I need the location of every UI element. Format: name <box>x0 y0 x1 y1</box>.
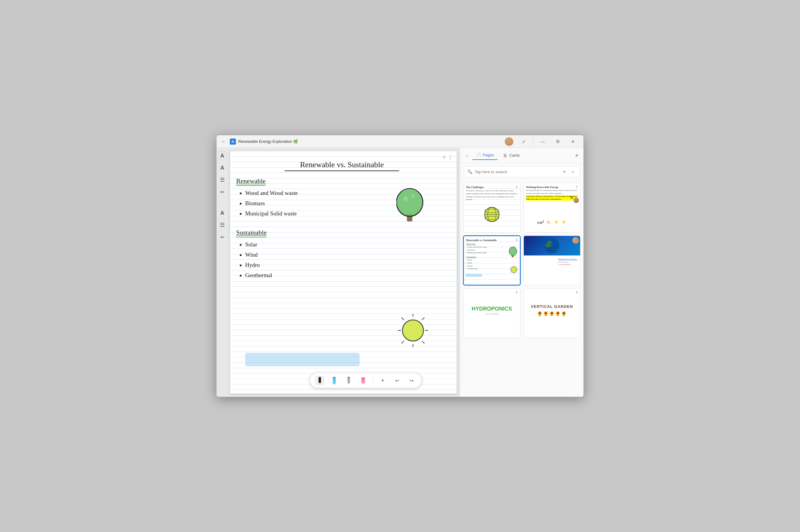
content-area: A A ☰ ✏ A ☰ ✏ 3 ⋮ Renewable vs. <box>216 148 584 397</box>
thumb-6-flowers: 🌻🌻🌻🌻🌻 <box>537 311 567 317</box>
title-bar-left: ← N Renewable Energy Exploration 🌿 <box>220 138 505 145</box>
highlighter-blue-tool[interactable] <box>329 376 339 385</box>
svg-rect-19 <box>319 377 321 378</box>
list-tool-button-2[interactable]: ☰ <box>218 221 227 229</box>
title-bar-controls: ⤢ — ⧉ ✕ <box>505 137 580 147</box>
svg-line-43 <box>516 272 517 273</box>
thumb-4-image <box>524 236 580 255</box>
sustainable-list: Solar Wind Hydro Geothermal <box>236 240 447 281</box>
svg-marker-24 <box>348 383 350 385</box>
svg-marker-22 <box>333 383 336 385</box>
text-tool-button-2[interactable]: A <box>218 164 227 172</box>
svg-rect-21 <box>333 377 336 378</box>
svg-line-12 <box>401 341 404 343</box>
thumb-5-number: 5 <box>516 290 517 294</box>
thumb-2-icons: CO2 ⛅ ⚡ ⚡ <box>524 220 580 224</box>
page-thumbnail-4[interactable]: 4 📄 Powered by the Stars... <box>523 235 581 285</box>
svg-point-4 <box>411 194 415 197</box>
redo-button[interactable]: ↪ <box>407 376 417 385</box>
maximize-button[interactable]: ⧉ <box>551 137 565 147</box>
svg-line-41 <box>516 267 517 267</box>
tab-cards[interactable]: 🃏 Cards <box>499 151 523 160</box>
eraser-tool[interactable] <box>358 376 368 385</box>
text-tool-button[interactable]: A <box>218 152 227 160</box>
close-button[interactable]: ✕ <box>566 137 580 147</box>
thumb-1-title: The Challenges <box>466 186 518 189</box>
pages-tab-icon: 📄 <box>476 153 481 157</box>
section-sustainable-heading: Sustainable <box>236 229 447 236</box>
cards-tab-label: Cards <box>509 153 520 157</box>
pencil-black-tool[interactable] <box>315 376 325 385</box>
svg-point-2 <box>398 189 422 214</box>
search-bar: 🔍 ✒ ≡ <box>464 166 580 177</box>
pencil-gray-tool[interactable] <box>344 376 354 385</box>
expand-button[interactable]: ⤢ <box>517 137 531 147</box>
thumb-1-content: 1 The Challenges Scientific consensus is… <box>463 183 520 227</box>
page-title: Renewable vs. Sustainable <box>236 160 447 169</box>
svg-rect-25 <box>348 377 350 378</box>
section-renewable-heading: Renewable <box>236 177 447 185</box>
tab-pages[interactable]: 📄 Pages <box>472 151 498 160</box>
svg-marker-28 <box>361 383 365 385</box>
thumb-3-content: 3 Renewable vs. Sustainable Renewable • … <box>464 236 520 280</box>
thumbnails-area: 1 The Challenges Scientific consensus is… <box>460 180 584 397</box>
thumb-3-number: 3 <box>515 238 517 242</box>
thumb-5-content: 5 HYDROPONICS *no soil needed <box>463 289 520 332</box>
panel-tabs: 📄 Pages 🃏 Cards <box>472 151 571 160</box>
notebook-content: Renewable vs. Sustainable Renewable Wood… <box>230 151 457 394</box>
page-thumbnail-5[interactable]: 5 HYDROPONICS *no soil needed <box>463 288 520 338</box>
blue-wash-decoration <box>245 353 360 366</box>
thumb-4-number: 4 <box>576 238 578 241</box>
thumb-6-number: 6 <box>576 290 578 294</box>
add-button[interactable]: + <box>378 376 388 385</box>
svg-line-14 <box>401 318 404 320</box>
panel-filter-button[interactable]: ≡ <box>573 151 581 160</box>
filter-search-button[interactable]: ≡ <box>569 168 576 175</box>
page-thumbnail-6[interactable]: 6 VERTICAL GARDEN 🌻🌻🌻🌻🌻 <box>523 288 581 338</box>
list-tool-button[interactable]: ☰ <box>218 176 227 184</box>
svg-line-10 <box>422 341 424 343</box>
thumb-5-title: HYDROPONICS <box>472 306 512 311</box>
title-bar: ← N Renewable Energy Exploration 🌿 ⤢ — ⧉… <box>216 135 584 148</box>
svg-marker-18 <box>319 383 321 385</box>
thumb-4-text: Powered by the Stars... ★ edit is post! … <box>556 256 580 267</box>
pen-search-button[interactable]: ✒ <box>561 168 568 175</box>
svg-line-8 <box>422 318 424 320</box>
list-item: Geothermal <box>245 270 447 281</box>
minimize-button[interactable]: — <box>536 137 550 147</box>
page-thumbnail-2[interactable]: 2 Defining Renewable Energy The prolifer… <box>523 183 581 232</box>
thumb-2-body: The proliferation of renewable energy so… <box>526 189 578 195</box>
svg-line-47 <box>511 267 511 267</box>
thumb-4-content: 4 📄 Powered by the Stars... <box>524 236 580 280</box>
search-actions: ✒ ≡ <box>561 168 576 175</box>
text-tool-button-3[interactable]: A <box>218 209 227 217</box>
svg-point-3 <box>403 196 408 201</box>
collapse-panel-button[interactable]: › <box>463 151 471 160</box>
thumb-6-title: VERTICAL GARDEN <box>531 304 573 309</box>
sun-illustration <box>398 314 428 348</box>
search-icon: 🔍 <box>467 169 472 174</box>
thumb-1-body: Scientific consensus is clear the world … <box>466 189 518 201</box>
tree-illustration <box>396 184 423 225</box>
thumb-5-subtitle: *no soil needed <box>485 313 498 315</box>
draw-tool-button[interactable]: ✏ <box>218 188 227 196</box>
avatar <box>505 137 513 146</box>
thumb-6-content: 6 VERTICAL GARDEN 🌻🌻🌻🌻🌻 <box>524 289 580 332</box>
drawing-toolbar: + ↩ ↪ <box>310 373 422 388</box>
cards-tab-icon: 🃏 <box>502 153 508 158</box>
svg-rect-27 <box>361 378 365 379</box>
list-item: Solar <box>245 240 447 250</box>
notebook-canvas: Renewable vs. Sustainable Renewable Wood… <box>236 160 447 391</box>
toolbar-separator <box>373 378 373 383</box>
undo-button[interactable]: ↩ <box>393 376 402 385</box>
app-icon: N <box>230 138 236 145</box>
window-title: Renewable Energy Exploration 🌿 <box>238 139 298 144</box>
page-thumbnail-3[interactable]: 3 Renewable vs. Sustainable Renewable • … <box>463 235 520 285</box>
back-button[interactable]: ← <box>220 138 227 145</box>
thumb-2-content: 2 Defining Renewable Energy The prolifer… <box>524 183 580 227</box>
draw-tool-button-2[interactable]: ✏ <box>218 233 227 241</box>
section-sustainable: Sustainable Solar Wind Hydro Geothermal <box>236 229 447 281</box>
page-thumbnail-1[interactable]: 1 The Challenges Scientific consensus is… <box>463 183 520 232</box>
search-input[interactable] <box>475 170 558 174</box>
title-underline <box>285 171 399 171</box>
